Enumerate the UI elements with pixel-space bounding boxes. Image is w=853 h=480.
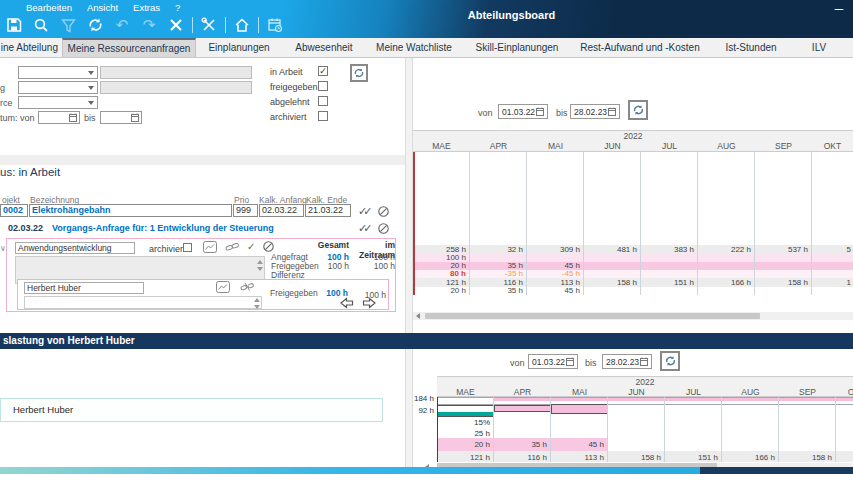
scroll-left-icon[interactable] [416, 313, 420, 319]
cell [527, 254, 584, 262]
workload-resource-row[interactable]: Herbert Huber [0, 398, 383, 422]
resource-note-textarea[interactable] [24, 296, 262, 309]
textarea-scrollbar[interactable] [254, 298, 260, 309]
filter-refresh-button[interactable] [350, 64, 368, 82]
archiviert-checkbox[interactable] [183, 243, 192, 252]
arrow-right-icon[interactable] [362, 297, 376, 309]
filter-date-von[interactable] [38, 111, 80, 124]
filter-icon[interactable] [57, 15, 79, 35]
workload-bar-apr [494, 405, 551, 412]
checkbox-freigegeben[interactable] [318, 81, 328, 91]
title-bar: Bearbeiten Ansicht Extras ? Abteilungsbo… [0, 0, 853, 38]
cell [584, 262, 641, 270]
grid-column [722, 397, 779, 405]
bis-label: bis [585, 358, 597, 368]
textarea-scrollbar[interactable] [257, 260, 263, 271]
scrollbar-thumb[interactable] [425, 313, 760, 319]
teal-utilization-bar [438, 412, 493, 416]
kalk-anfang-cell[interactable]: 02.03.22 [259, 204, 304, 217]
gantt-row-difference: 80 h-35 h-45 h [413, 270, 853, 278]
gantt-row-planned: 100 h [413, 254, 853, 262]
task-name-input[interactable]: Anwendungsentwicklung [15, 242, 135, 254]
kalk-ende-cell[interactable]: 21.03.22 [305, 204, 351, 217]
filter-select-1[interactable] [18, 66, 98, 79]
gantt-row-requested: 20 h35 h45 h [413, 262, 853, 270]
cell: 1 [812, 278, 853, 287]
prio-cell[interactable]: 999 [233, 204, 258, 217]
toolbar-separator [225, 17, 226, 33]
gantt-date-bis[interactable]: 28.02.23 [570, 104, 620, 119]
gantt-chart-icon[interactable] [216, 281, 230, 293]
workload-date-bis[interactable]: 28.02.23 [602, 354, 652, 369]
freigegeben-zeitraum: 100 h [351, 261, 395, 271]
cell: 309 h [527, 245, 584, 254]
workload-date-von[interactable]: 01.03.22 [528, 354, 578, 369]
tab-skill-einplanungen[interactable]: Skill-Einplanungen [462, 38, 572, 57]
checkbox-abgelehnt[interactable] [318, 96, 328, 106]
reject-icon[interactable] [378, 223, 389, 234]
save-icon[interactable] [3, 15, 25, 35]
vertical-splitter[interactable] [405, 58, 413, 333]
approve-all-icon[interactable]: ✓✓ [358, 222, 368, 235]
cell [698, 254, 755, 262]
gantt-chart-icon[interactable] [203, 241, 217, 253]
filter-date-bis[interactable] [100, 111, 142, 124]
gantt-row-free: 20 h35 h45 h [413, 287, 853, 295]
abteilungsboard-window: Bearbeiten Ansicht Extras ? Abteilungsbo… [0, 0, 853, 480]
gantt-refresh-button[interactable] [628, 100, 648, 120]
project-name-cell[interactable]: Elektrohängebahn [29, 204, 232, 217]
tab-einplanungen[interactable]: Einplanungen [196, 38, 282, 57]
vertical-splitter[interactable] [405, 349, 413, 467]
link-icon[interactable] [225, 241, 240, 253]
cell: 158 h [755, 278, 812, 287]
reject-icon[interactable] [378, 206, 389, 217]
h-scrollbar[interactable] [413, 312, 853, 320]
cell: APR [494, 387, 551, 397]
cell: 166 h [722, 451, 779, 462]
cell: 5 [812, 245, 853, 254]
check-icon[interactable]: ✓ [247, 241, 255, 252]
tab-ilv[interactable]: ILV [794, 38, 844, 57]
vorgang-link[interactable]: Vorgangs-Anfrage für: 1 Entwicklung der … [52, 223, 274, 233]
month-labels: MAEAPRMAIJUNJULAUGSEPOKT [413, 141, 853, 151]
unlink-icon[interactable] [240, 281, 255, 293]
scale-label-92h: 92 h [413, 406, 434, 415]
toolbar-separator [258, 17, 259, 33]
refresh-icon[interactable] [84, 15, 106, 35]
home-icon[interactable] [231, 15, 253, 35]
block-icon[interactable] [263, 241, 274, 252]
checkbox-in-arbeit[interactable] [318, 66, 328, 76]
tab-rest-aufwand[interactable]: Rest-Aufwand und -Kosten [572, 38, 708, 57]
filter-readonly-2 [100, 81, 252, 94]
search-icon[interactable] [30, 15, 52, 35]
filter-select-2[interactable] [18, 81, 98, 94]
tools-icon[interactable] [198, 15, 220, 35]
calendar-clock-icon[interactable] [264, 15, 286, 35]
chevron-down-icon [88, 101, 94, 105]
tab-ist-stunden[interactable]: Ist-Stunden [708, 38, 794, 57]
gantt-date-von[interactable]: 01.03.22 [498, 104, 548, 119]
workload-refresh-button[interactable] [660, 351, 680, 371]
checkbox-archiviert[interactable] [318, 111, 328, 121]
filter-label-fragment: g [0, 83, 5, 93]
minimize-button[interactable]: – [835, 1, 843, 15]
cell [698, 270, 755, 278]
undo-icon[interactable]: ↶ [111, 15, 133, 35]
cell: 113 h [527, 278, 584, 287]
tab-abwesenheit[interactable]: Abwesenheit [282, 38, 366, 57]
redo-icon[interactable]: ↷ [138, 15, 160, 35]
tab-meine-abteilung[interactable]: ine Abteilung [0, 38, 62, 57]
expand-chevron-icon[interactable]: ∨ [0, 244, 6, 253]
resource-name-input[interactable]: Herbert Huber [24, 282, 144, 294]
tab-meine-watchliste[interactable]: Meine Watchliste [366, 38, 462, 57]
cell: 537 h [755, 245, 812, 254]
tab-meine-ressourcenanfragen[interactable]: ≡ Meine Ressourcenanfragen × [62, 38, 196, 57]
workload-bar-mae [437, 405, 494, 417]
filter-select-resource[interactable] [18, 96, 98, 109]
close-icon[interactable] [165, 15, 187, 35]
calendar-icon [608, 107, 616, 116]
month-labels: MAEAPRMAIJUNJULAUGSEPOKT [437, 387, 853, 397]
approve-all-icon[interactable]: ✓✓ [358, 205, 368, 218]
project-id-cell[interactable]: 0002 [0, 204, 28, 217]
arrow-left-icon[interactable] [340, 297, 354, 309]
